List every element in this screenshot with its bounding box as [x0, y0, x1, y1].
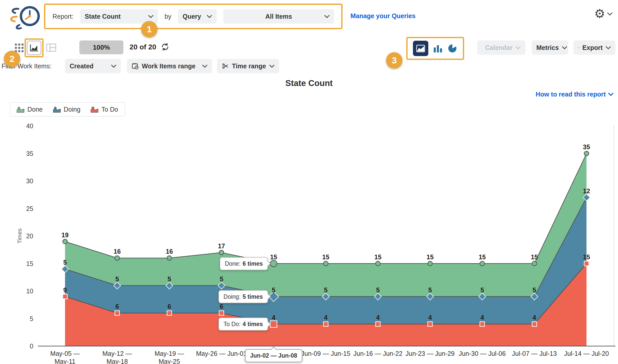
- marker-done[interactable]: [428, 261, 432, 266]
- marker-done[interactable]: [63, 239, 67, 244]
- chevron-down-icon: [111, 65, 116, 68]
- chevron-down-icon: [562, 46, 567, 49]
- area-chart-type-button[interactable]: [413, 41, 428, 56]
- created-select[interactable]: Created: [65, 59, 121, 73]
- tooltip-doing: Doing:5 times: [218, 290, 268, 303]
- chart-view-button[interactable]: [27, 41, 41, 55]
- items-select[interactable]: All Items: [223, 9, 334, 24]
- legend-swatch: [53, 106, 61, 113]
- pie-chart-type-button[interactable]: [447, 43, 457, 53]
- tooltip-value: 4 times: [243, 321, 263, 327]
- marker-todo[interactable]: [115, 311, 120, 315]
- value-label-todo: 4: [481, 314, 484, 321]
- value-label-doing: 5: [63, 259, 67, 266]
- marker-todo[interactable]: [428, 322, 432, 326]
- pie-chart-icon: [447, 43, 457, 53]
- chevron-down-icon: [608, 93, 613, 96]
- calendar-button[interactable]: Calendar: [477, 40, 525, 55]
- marker-todo[interactable]: [584, 261, 589, 266]
- chevron-down-icon: [207, 15, 212, 18]
- marker-todo[interactable]: [270, 321, 277, 327]
- x-axis-label: May-12 — May-18: [96, 350, 139, 364]
- bar-chart-type-button[interactable]: [432, 43, 443, 54]
- line-chart-icon: [29, 44, 39, 52]
- marker-done[interactable]: [376, 261, 380, 266]
- x-axis-label: Jul-14 — Jul-20: [558, 350, 615, 358]
- value-label-total: 19: [61, 231, 69, 239]
- y-tick-label: 30: [26, 177, 33, 185]
- marker-todo[interactable]: [219, 311, 224, 315]
- legend-item-to-do[interactable]: To Do: [91, 106, 118, 113]
- value-label-todo: 6: [220, 303, 223, 310]
- marker-todo[interactable]: [480, 322, 485, 326]
- value-label-todo: 4: [532, 314, 536, 321]
- y-tick-label: 15: [26, 260, 33, 267]
- x-axis-label: Jun-23 — Jun-29: [402, 350, 458, 358]
- marker-todo[interactable]: [63, 294, 67, 299]
- created-select-value: Created: [70, 62, 93, 70]
- legend-item-done[interactable]: Done: [17, 106, 43, 113]
- value-label-doing: 5: [532, 286, 536, 294]
- marker-done[interactable]: [324, 261, 328, 266]
- series-line: [65, 154, 587, 264]
- marker-todo[interactable]: [167, 311, 172, 315]
- value-label-doing: 5: [167, 275, 171, 283]
- value-label-total: 15: [270, 253, 277, 261]
- value-label-todo: 15: [583, 253, 590, 261]
- state-count-chart[interactable]: 0510152025303540Times1959165616561756155…: [0, 120, 618, 364]
- marker-todo[interactable]: [324, 322, 328, 326]
- export-button[interactable]: Export: [573, 40, 615, 55]
- area-chart-icon: [416, 44, 425, 53]
- marker-todo[interactable]: [376, 322, 380, 326]
- clock-logo-icon: [8, 3, 42, 32]
- value-label-todo: 4: [324, 314, 328, 321]
- query-select[interactable]: Query: [178, 9, 217, 24]
- chevron-down-icon: [202, 65, 207, 68]
- value-label-total: 16: [166, 248, 173, 255]
- calendar-icon: [482, 44, 482, 51]
- metrics-button[interactable]: Metrics: [532, 40, 568, 55]
- settings-button[interactable]: ⚙: [594, 8, 612, 20]
- step-badge-2: 2: [4, 51, 20, 67]
- tooltip-label: To Do:: [223, 321, 240, 327]
- report-label: Report:: [52, 13, 73, 20]
- value-label-total: 15: [531, 253, 538, 261]
- tooltip-label: Doing:: [223, 293, 240, 300]
- marker-done[interactable]: [532, 261, 537, 266]
- zoom-level-button[interactable]: 100%: [79, 40, 123, 54]
- work-items-range-label: Work Items range: [142, 62, 199, 70]
- x-axis-label: Jun-09 — Jun-15: [298, 350, 354, 358]
- y-tick-label: 25: [26, 205, 33, 212]
- marker-done[interactable]: [480, 261, 485, 266]
- marker-done[interactable]: [115, 256, 120, 260]
- items-select-value: All Items: [265, 13, 292, 20]
- time-range-select[interactable]: Time range: [217, 59, 279, 73]
- legend-swatch: [91, 106, 98, 113]
- chevron-down-icon: [606, 46, 611, 49]
- refresh-button[interactable]: [161, 42, 169, 52]
- card-view-button[interactable]: [46, 43, 56, 53]
- marker-todo[interactable]: [532, 322, 537, 326]
- value-label-todo: 4: [376, 314, 380, 321]
- marker-done[interactable]: [167, 256, 172, 260]
- value-label-doing: 5: [324, 286, 328, 294]
- card-view-icon: [46, 43, 56, 52]
- marker-done[interactable]: [270, 260, 277, 267]
- marker-done[interactable]: [584, 151, 589, 156]
- chart-legend: DoneDoingTo Do: [10, 102, 125, 116]
- chevron-down-icon: [148, 15, 153, 18]
- calendar-clock-icon: [132, 62, 139, 70]
- highlight-box-chart-types: [406, 37, 464, 60]
- grid-view-button[interactable]: [15, 44, 24, 52]
- x-axis-label: Jun-30 — Jul-06: [454, 350, 510, 358]
- marker-done[interactable]: [219, 250, 224, 255]
- value-label-todo: 6: [115, 303, 119, 310]
- legend-label: To Do: [101, 106, 118, 113]
- manage-queries-link[interactable]: Manage your Queries: [350, 12, 415, 20]
- how-to-read-link[interactable]: How to read this report: [536, 91, 613, 98]
- value-label-doing: 12: [583, 187, 590, 195]
- value-label-todo: 6: [167, 303, 171, 310]
- value-label-todo: 4: [428, 314, 432, 321]
- work-items-range-select[interactable]: Work Items range: [127, 59, 212, 73]
- legend-item-doing[interactable]: Doing: [53, 106, 80, 113]
